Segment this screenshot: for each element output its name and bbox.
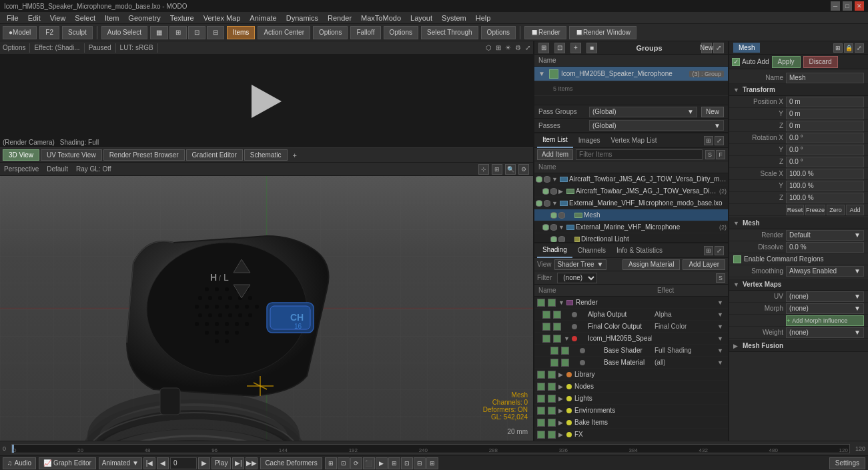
shader-eye2-icon[interactable] [553, 311, 561, 319]
graph-editor-button[interactable]: 📈 Graph Editor [39, 457, 96, 469]
visibility-icon[interactable] [550, 212, 557, 219]
f2-button[interactable]: F2 [39, 26, 59, 39]
next-key-button[interactable]: ▶▶ [246, 457, 258, 469]
groups-icon-2[interactable]: ⊡ [554, 43, 565, 53]
shader-eye-icon[interactable] [537, 299, 545, 307]
dissolve-prop-value[interactable]: 0.0 % [786, 242, 864, 253]
menu-render[interactable]: Render [324, 12, 356, 24]
vp-icon-1[interactable]: ⊹ [478, 164, 489, 175]
auto-select-button[interactable]: Auto Select [101, 26, 147, 39]
group-item-icom[interactable]: ▼ Icom_HM205B_Speaker_Microphone (3) : G… [534, 67, 728, 81]
position-y-value[interactable]: 0 m [786, 109, 864, 119]
menu-layout[interactable]: Layout [406, 12, 436, 24]
shader-filter-select[interactable]: (none) [557, 273, 597, 283]
effect-label[interactable]: Effect: (Shadi... [34, 44, 79, 51]
shader-eye2-icon[interactable] [548, 395, 556, 403]
tab-3d-view[interactable]: 3D View [3, 149, 39, 161]
shader-tree-dropdown[interactable]: Shader Tree ▼ [554, 259, 607, 270]
shader-eye-icon[interactable] [537, 395, 545, 403]
icon-btn-1[interactable]: ▦ [150, 26, 168, 39]
transport-icon-2[interactable]: ⊡ [338, 457, 350, 469]
uv-prop-dropdown[interactable]: (none) ▼ [786, 291, 864, 302]
transport-icon-1[interactable]: ⊞ [325, 457, 337, 469]
item-external-marine-group[interactable]: ▼ External_Marine_VHF_Microphone_modo_ba… [534, 197, 728, 209]
play-button-icon[interactable]: ▶ [198, 457, 210, 469]
pass-groups-new-button[interactable]: New [701, 107, 724, 117]
transform-section-header[interactable]: ▼ Transform [729, 84, 868, 96]
transport-icon-4[interactable]: ⬛ [363, 457, 375, 469]
menu-maxtomodo[interactable]: MaxToModo [357, 12, 405, 24]
add-item-button[interactable]: Add Item [537, 149, 573, 160]
vertex-maps-section-header[interactable]: ▼ Vertex Maps [729, 279, 868, 291]
menu-geometry[interactable]: Geometry [124, 12, 164, 24]
shader-eye-icon[interactable] [537, 383, 545, 391]
vp-icon-2[interactable]: ⊞ [492, 164, 502, 175]
shader-dropdown-arrow[interactable]: ▼ [717, 335, 724, 342]
shader-eye-icon[interactable] [537, 431, 545, 439]
add-morph-influence-button[interactable]: + Add Morph Influence [786, 315, 864, 326]
icon-btn-light[interactable]: ☀ [505, 44, 511, 51]
auto-add-checkbox[interactable]: ✓ Auto Add [732, 58, 769, 66]
select-through-button[interactable]: Select Through [421, 26, 478, 39]
shading-mode-label[interactable]: Default [47, 165, 68, 173]
timeline-range[interactable]: 0 20 48 96 144 192 240 288 336 384 432 4… [11, 444, 850, 453]
mesh-fusion-section-header[interactable]: ▶ Mesh Fusion [729, 340, 868, 352]
reset-button[interactable]: Reset [786, 205, 804, 215]
transport-icon-8[interactable]: ⊟ [414, 457, 426, 469]
groups-expand-button[interactable]: ⤢ [713, 43, 724, 53]
play-text-button[interactable]: Play [211, 457, 231, 469]
items-button[interactable]: Items [227, 26, 255, 39]
mesh-section-header[interactable]: ▼ Mesh [729, 217, 868, 229]
rotation-z-value[interactable]: 0.0 ° [786, 157, 864, 167]
tab-shading[interactable]: Shading [537, 243, 572, 258]
il-filter-icon-2[interactable]: F [716, 150, 725, 159]
tab-render-preset[interactable]: Render Preset Browser [103, 149, 185, 161]
ray-gl-label[interactable]: Ray GL: Off [76, 165, 111, 173]
shader-eye2-icon[interactable] [548, 431, 556, 439]
vp-icon-search[interactable]: 🔍 [505, 164, 516, 175]
options-label[interactable]: Options [3, 44, 25, 51]
shader-eye2-icon[interactable] [553, 335, 561, 343]
shader-eye2-icon[interactable] [548, 299, 556, 307]
play-preview-button[interactable] [247, 81, 287, 121]
minimize-button[interactable]: ─ [831, 1, 840, 11]
shader-eye-icon[interactable] [537, 419, 545, 427]
shader-eye-icon[interactable] [537, 407, 545, 415]
visibility-icon[interactable] [550, 236, 557, 243]
lock-icon[interactable] [550, 224, 557, 231]
auto-add-check-icon[interactable]: ✓ [732, 58, 740, 66]
menu-item[interactable]: Item [101, 12, 123, 24]
tab-channels[interactable]: Channels [572, 243, 611, 258]
options-1-button[interactable]: Options [313, 26, 348, 39]
lock-icon[interactable] [544, 200, 550, 207]
shader-eye2-icon[interactable] [548, 371, 556, 379]
options-2-button[interactable]: Options [384, 26, 418, 39]
render-prop-dropdown[interactable]: Default ▼ [786, 230, 864, 241]
shader-eye2-icon[interactable] [561, 347, 569, 355]
prev-frame-button[interactable]: ◀ [157, 457, 169, 469]
icon-btn-3[interactable]: ⊡ [188, 26, 205, 39]
properties-title-tab[interactable]: Mesh [733, 43, 760, 53]
audio-button[interactable]: ♫ Audio [3, 457, 36, 469]
visibility-icon[interactable] [536, 200, 542, 207]
transport-icon-3[interactable]: ⟳ [350, 457, 362, 469]
shader-dropdown-arrow[interactable]: ▼ [717, 323, 724, 330]
shader-dropdown-arrow[interactable]: ▼ [717, 347, 724, 354]
shading-icon-1[interactable]: ⊞ [704, 246, 713, 255]
menu-animate[interactable]: Animate [246, 12, 280, 24]
groups-new-button[interactable]: New [701, 43, 712, 53]
sculpt-button[interactable]: Sculpt [62, 26, 93, 39]
icon-btn-settings[interactable]: ⚙ [515, 44, 521, 51]
tab-info-statistics[interactable]: Info & Statistics [611, 243, 668, 258]
visibility-icon[interactable] [536, 176, 542, 183]
groups-icon-4[interactable]: ■ [586, 43, 597, 53]
lut-label[interactable]: LUT: sRGB [120, 44, 153, 51]
view-type-label[interactable]: Perspective [4, 165, 39, 173]
icon-btn-2[interactable]: ⊞ [169, 26, 187, 39]
vp-icon-settings[interactable]: ⚙ [518, 164, 529, 175]
menu-help[interactable]: Help [472, 12, 495, 24]
shader-icom-material[interactable]: ▼ Icom_HM205B_Speaker_Microphone ▼ [534, 333, 728, 345]
zero-button[interactable]: Zero [827, 205, 845, 215]
name-prop-value[interactable]: Mesh [786, 73, 864, 83]
shader-final-color[interactable]: Final Color Output Final Color ▼ [534, 321, 728, 333]
